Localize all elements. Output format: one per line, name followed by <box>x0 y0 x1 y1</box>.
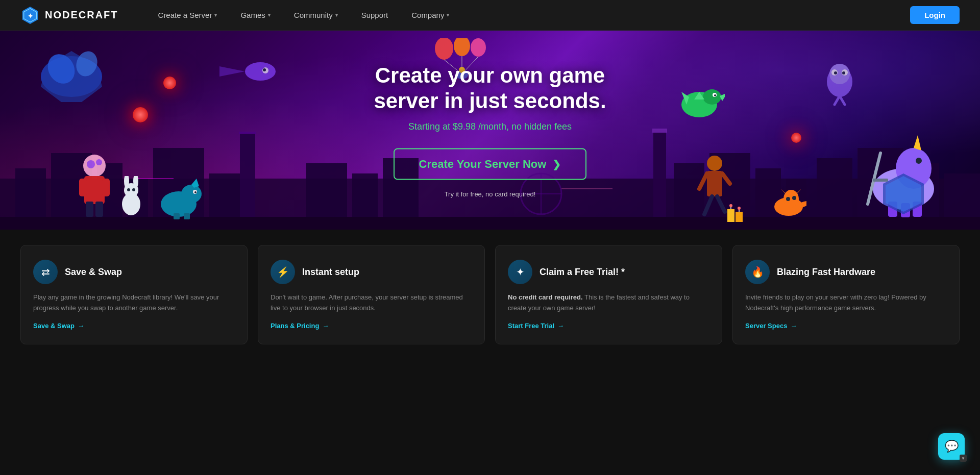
girl-character <box>71 153 117 219</box>
header: ✦ NODECRAFT Create a Server ▾ Games ▾ Co… <box>0 0 980 31</box>
feature-header-save-swap: ⇄ Save & Swap <box>33 260 235 284</box>
cta-subtext: Try it for free, no card required! <box>357 190 623 197</box>
svg-point-71 <box>707 156 722 171</box>
chat-widget[interactable]: 💬 ▼ <box>938 433 965 460</box>
feature-card-free-trial: ✦ Claim a Free Trial! * No credit card r… <box>495 245 722 344</box>
svg-marker-92 <box>914 135 921 151</box>
free-trial-icon-wrap: ✦ <box>508 260 532 284</box>
svg-line-76 <box>717 196 725 212</box>
svg-point-112 <box>263 68 266 71</box>
svg-rect-16 <box>652 129 667 133</box>
svg-line-75 <box>704 196 712 214</box>
svg-rect-15 <box>653 130 666 230</box>
svg-rect-39 <box>86 202 93 217</box>
svg-point-68 <box>714 94 716 96</box>
feature-header-hardware: 🔥 Blazing Fast Hardware <box>745 260 947 284</box>
svg-point-58 <box>471 38 486 57</box>
svg-line-74 <box>722 173 730 184</box>
feature-card-instant-setup: ⚡ Instant setup Don't wait to game. Afte… <box>258 245 485 344</box>
dinosaur-character <box>153 173 204 219</box>
svg-rect-54 <box>184 213 190 219</box>
nav-create-server[interactable]: Create a Server ▾ <box>149 7 227 23</box>
instant-setup-icon-wrap: ⚡ <box>271 260 295 284</box>
svg-rect-85 <box>736 212 743 222</box>
feature-desc-save-swap: Play any game in the growing Nodecraft l… <box>33 292 235 314</box>
svg-line-107 <box>835 96 840 105</box>
chevron-down-icon: ▾ <box>268 12 271 18</box>
create-server-cta-button[interactable]: Create Your Server Now ❯ <box>394 148 587 180</box>
rabbit-character <box>117 176 145 217</box>
features-section: ⇄ Save & Swap Play any game in the growi… <box>0 230 980 360</box>
svg-point-87 <box>729 204 732 207</box>
svg-rect-25 <box>0 217 980 230</box>
feature-header-free-trial: ✦ Claim a Free Trial! * <box>508 260 709 284</box>
feature-title-instant-setup: Instant setup <box>302 267 359 278</box>
feature-link-plans-pricing[interactable]: Plans & Pricing → <box>271 322 472 330</box>
feature-title-save-swap: Save & Swap <box>65 267 122 278</box>
svg-line-108 <box>840 96 845 105</box>
feature-link-free-trial[interactable]: Start Free Trial → <box>508 322 709 330</box>
hero-title: Create your own game server in just seco… <box>357 63 623 114</box>
dragon-character <box>31 46 112 107</box>
hero-section: Create your own game server in just seco… <box>0 31 980 230</box>
fire-icon: 🔥 <box>751 266 764 278</box>
main-nav: Create a Server ▾ Games ▾ Community ▾ Su… <box>149 7 911 23</box>
svg-rect-72 <box>707 171 722 196</box>
hero-subtitle: Starting at $9.98 /month, no hidden fees <box>357 121 623 132</box>
feature-link-save-swap[interactable]: Save & Swap → <box>33 322 235 330</box>
svg-point-109 <box>245 62 276 81</box>
svg-rect-55 <box>174 213 180 219</box>
svg-point-50 <box>181 185 202 203</box>
feature-card-save-swap: ⇄ Save & Swap Play any game in the growi… <box>20 245 248 344</box>
svg-point-81 <box>786 197 790 201</box>
login-button[interactable]: Login <box>910 6 960 24</box>
svg-point-93 <box>916 158 922 164</box>
logo[interactable]: ✦ NODECRAFT <box>20 6 118 25</box>
svg-rect-40 <box>95 202 103 217</box>
feature-title-free-trial: Claim a Free Trial! * <box>540 267 625 278</box>
nav-support[interactable]: Support <box>352 7 398 23</box>
nav-games[interactable]: Games ▾ <box>231 7 279 23</box>
red-orb-1 <box>133 107 148 122</box>
svg-rect-98 <box>873 179 888 182</box>
svg-point-65 <box>703 89 721 105</box>
save-swap-icon-wrap: ⇄ <box>33 260 58 284</box>
svg-point-82 <box>792 196 796 200</box>
chat-icon: 💬 <box>945 440 959 453</box>
svg-text:✦: ✦ <box>28 12 33 19</box>
chevron-down-icon: ▾ <box>335 12 338 18</box>
nav-community[interactable]: Community ▾ <box>285 7 347 23</box>
red-orb-2 <box>163 77 176 89</box>
svg-point-106 <box>842 71 845 74</box>
feature-link-server-specs[interactable]: Server Specs → <box>745 322 947 330</box>
swap-icon: ⇄ <box>41 266 50 278</box>
feature-desc-free-trial: No credit card required. This is the fas… <box>508 292 709 314</box>
hero-content: Create your own game server in just seco… <box>357 63 623 198</box>
candle-items <box>725 199 745 224</box>
svg-rect-10 <box>240 133 255 230</box>
arrow-icon: ❯ <box>552 158 561 170</box>
alien-character <box>822 61 857 107</box>
svg-rect-84 <box>727 209 734 222</box>
svg-marker-110 <box>219 66 245 77</box>
svg-rect-11 <box>239 132 256 134</box>
svg-point-42 <box>96 159 102 165</box>
hardware-icon-wrap: 🔥 <box>745 260 770 284</box>
chevron-down-icon: ▾ <box>447 12 449 18</box>
svg-point-47 <box>127 188 130 191</box>
svg-point-41 <box>87 160 95 168</box>
feature-card-hardware: 🔥 Blazing Fast Hardware Invite friends t… <box>732 245 960 344</box>
nav-company[interactable]: Company ▾ <box>402 7 458 23</box>
feature-desc-hardware: Invite friends to play on your server wi… <box>745 292 947 314</box>
nodecraft-logo-icon: ✦ <box>20 6 40 25</box>
chevron-down-icon: ▾ <box>214 12 217 18</box>
green-bird-character <box>674 82 725 122</box>
svg-line-73 <box>699 173 707 189</box>
unicorn-character <box>857 128 949 219</box>
sparkle-icon: ✦ <box>516 266 525 278</box>
svg-point-56 <box>435 38 453 60</box>
svg-point-57 <box>454 38 470 56</box>
logo-text: NODECRAFT <box>45 9 118 21</box>
chat-expand-icon: ▼ <box>960 455 967 462</box>
comet-creature <box>219 56 281 87</box>
